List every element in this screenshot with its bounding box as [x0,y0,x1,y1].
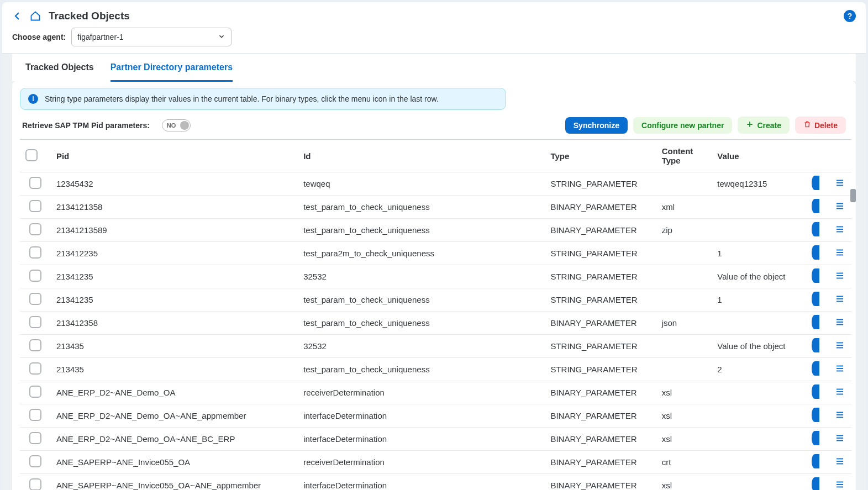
page-title: Tracked Objects [49,10,130,22]
cell-id: test_param_to_check_uniqueness [298,358,545,381]
row-checkbox[interactable] [29,386,41,398]
cell-id: interfaceDetermination [298,404,545,428]
row-checkbox[interactable] [29,316,41,328]
retrieve-toggle[interactable]: NO [162,119,191,131]
cell-pid: ANE_SAPERP~ANE_Invice055_OA [51,451,298,474]
cell-id: test_param_to_check_uniqueness [298,219,545,242]
col-header-id[interactable]: Id [298,140,545,172]
app-frame: Tracked Objects ? Choose agent: figafpar… [2,2,866,490]
cell-value [712,312,811,335]
row-menu-icon[interactable] [835,226,845,236]
info-icon: i [28,94,38,104]
row-checkbox[interactable] [29,432,41,444]
table-row[interactable]: ANE_ERP_D2~ANE_Demo_OA~ANE_appmemberinte… [20,404,851,428]
cell-id: receiverDetermination [298,451,545,474]
row-menu-icon[interactable] [835,389,845,398]
help-icon[interactable]: ? [844,10,856,22]
table-row[interactable]: 213412235test_para2m_to_check_uniqueness… [20,242,851,265]
col-header-content-type[interactable]: Content Type [656,140,712,172]
table-row[interactable]: ANE_SAPERP~ANE_Invice055_OAreceiverDeter… [20,451,851,474]
cell-id: test_para2m_to_check_uniqueness [298,242,545,265]
cell-pid: 213412235 [51,242,298,265]
row-menu-icon[interactable] [835,203,845,213]
table-row[interactable]: ANE_SAPERP~ANE_Invice055_OA~ANE_appmembe… [20,474,851,491]
row-checkbox[interactable] [29,478,41,490]
row-tag-icon[interactable] [812,431,819,445]
row-tag-icon[interactable] [812,292,819,306]
row-checkbox[interactable] [29,362,41,375]
table-row[interactable]: 21343532532STRING_PARAMETERValue of the … [20,335,851,358]
cell-type: STRING_PARAMETER [545,265,656,288]
table-row[interactable]: 213435test_param_to_check_uniquenessSTRI… [20,358,851,381]
agent-select[interactable]: figafpartner-1 [71,28,232,46]
cell-type: BINARY_PARAMETER [545,219,656,242]
configure-new-partner-button[interactable]: Configure new partner [633,117,732,134]
tab-tracked-objects[interactable]: Tracked Objects [25,54,94,81]
row-tag-icon[interactable] [812,245,819,260]
row-tag-icon[interactable] [812,176,819,190]
row-menu-icon[interactable] [835,435,845,445]
row-menu-icon[interactable] [835,459,845,468]
row-menu-icon[interactable] [835,412,845,421]
cell-content-type [656,358,712,381]
row-tag-icon[interactable] [812,338,819,352]
row-checkbox[interactable] [29,455,41,467]
row-checkbox[interactable] [29,270,41,282]
parameter-table: Pid Id Type Content Type Value 12345432t… [20,139,851,490]
cell-content-type: json [656,312,712,335]
row-checkbox[interactable] [29,200,41,212]
vertical-scrollbar-thumb[interactable] [850,189,856,202]
row-menu-icon[interactable] [835,250,845,259]
select-all-checkbox[interactable] [25,149,38,161]
tab-partner-directory-parameters[interactable]: Partner Directory parameters [111,54,233,82]
cell-content-type [656,265,712,288]
row-checkbox[interactable] [29,223,41,235]
row-menu-icon[interactable] [835,343,845,352]
table-row[interactable]: ANE_ERP_D2~ANE_Demo_OA~ANE_BC_ERPinterfa… [20,428,851,451]
table-row[interactable]: 2134121358test_param_to_check_uniqueness… [20,196,851,219]
row-menu-icon[interactable] [835,180,845,189]
table-row[interactable]: 21341235test_param_to_check_uniquenessST… [20,288,851,312]
row-menu-icon[interactable] [835,482,845,490]
row-menu-icon[interactable] [835,296,845,305]
row-checkbox[interactable] [29,409,41,421]
row-checkbox[interactable] [29,339,41,351]
row-tag-icon[interactable] [812,454,819,468]
row-menu-icon[interactable] [835,319,845,329]
row-checkbox[interactable] [29,177,41,189]
row-tag-icon[interactable] [812,315,819,329]
row-checkbox[interactable] [29,246,41,259]
delete-button[interactable]: Delete [795,117,846,134]
row-tag-icon[interactable] [812,477,819,490]
trash-icon [803,120,811,130]
row-menu-icon[interactable] [835,273,845,282]
row-tag-icon[interactable] [812,361,819,376]
row-tag-icon[interactable] [812,199,819,213]
table-row[interactable]: 12345432tewqeqSTRING_PARAMETERtewqeq1231… [20,172,851,196]
col-header-pid[interactable]: Pid [51,140,298,172]
back-icon[interactable] [12,11,22,21]
row-tag-icon[interactable] [812,384,819,399]
table-row[interactable]: 213412358test_param_to_check_uniquenessB… [20,312,851,335]
cell-type: BINARY_PARAMETER [545,428,656,451]
cell-type: BINARY_PARAMETER [545,196,656,219]
table-row[interactable]: 21341213589test_param_to_check_uniquenes… [20,219,851,242]
cell-type: BINARY_PARAMETER [545,451,656,474]
home-icon[interactable] [30,10,41,22]
row-tag-icon[interactable] [812,408,819,422]
table-row[interactable]: ANE_ERP_D2~ANE_Demo_OAreceiverDeterminat… [20,381,851,404]
table-row[interactable]: 2134123532532STRING_PARAMETERValue of th… [20,265,851,288]
col-header-type[interactable]: Type [545,140,656,172]
cell-content-type [656,335,712,358]
row-tag-icon[interactable] [812,268,819,283]
col-header-value[interactable]: Value [712,140,811,172]
create-button[interactable]: Create [738,117,790,134]
row-checkbox[interactable] [29,293,41,305]
cell-id: 32532 [298,265,545,288]
row-tag-icon[interactable] [812,222,819,236]
cell-pid: ANE_ERP_D2~ANE_Demo_OA~ANE_BC_ERP [51,428,298,451]
row-menu-icon[interactable] [835,366,845,375]
synchronize-button[interactable]: Synchronize [565,117,628,134]
cell-content-type [656,172,712,196]
cell-id: tewqeq [298,172,545,196]
